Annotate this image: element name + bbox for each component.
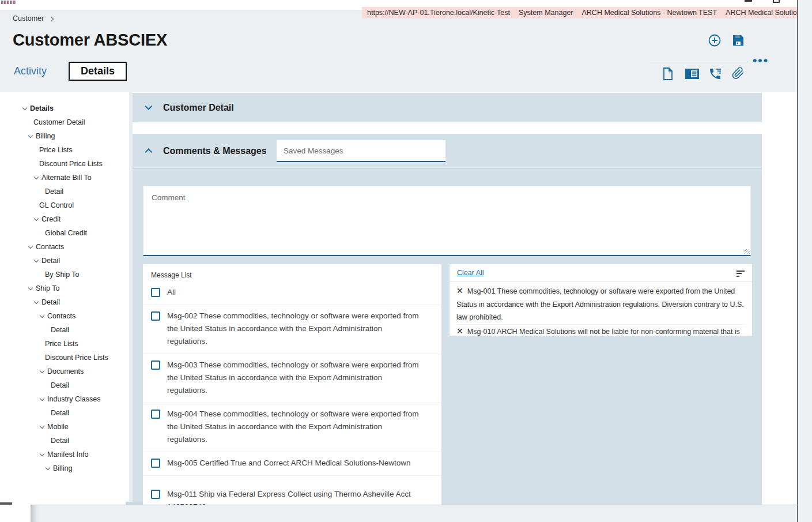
tree-item-label: Billing [53, 464, 72, 472]
comment-textarea[interactable] [143, 186, 750, 255]
tree-item[interactable]: Contacts [0, 240, 129, 254]
tree-item[interactable]: Detail [0, 185, 129, 198]
message-list-row[interactable]: Msg-004 These commodities, technology or… [143, 403, 441, 452]
chevron-down-icon[interactable] [29, 287, 36, 290]
chevron-down-icon[interactable] [46, 467, 53, 470]
horizontal-scrollbar-thumb[interactable] [0, 502, 12, 505]
breadcrumb: Customer [13, 14, 53, 22]
chevron-down-icon[interactable] [145, 103, 152, 110]
tree-item-label: Detail [51, 437, 69, 445]
tree-item[interactable]: GL Control [0, 198, 129, 212]
tree-item[interactable]: Global Credit [0, 226, 129, 240]
tree-item[interactable]: Detail [0, 295, 129, 309]
tree-item-label: Detail [41, 257, 60, 265]
message-list-row[interactable]: Msg-002 These commodities, technology or… [143, 305, 441, 354]
tree-item[interactable]: Detail [0, 434, 129, 448]
tree-item[interactable]: Ship To [0, 281, 129, 295]
message-text: Msg-011 Ship via Federal Express Collect… [167, 488, 424, 505]
message-list-row[interactable]: Msg-005 Certified True and Correct ARCH … [143, 452, 441, 476]
tree-item[interactable]: Details [0, 102, 129, 115]
section-comments-header[interactable]: Comments & Messages [133, 134, 762, 168]
save-icon[interactable] [731, 33, 745, 47]
window-bottom-area [0, 505, 797, 522]
tab-activity[interactable]: Activity [14, 65, 47, 77]
message-text: Msg-002 These commodities, technology or… [167, 310, 424, 348]
tab-details[interactable]: Details [69, 62, 127, 81]
section-title: Comments & Messages [163, 146, 267, 156]
chevron-down-icon[interactable] [40, 453, 47, 456]
tree-item[interactable]: Price Lists [0, 143, 129, 157]
clear-all-link[interactable]: Clear All [457, 269, 484, 277]
chevron-up-icon[interactable] [145, 148, 152, 156]
tree-item-label: Billing [36, 132, 55, 140]
environment-banner: https://NEW-AP-01.Tierone.local/Kinetic-… [362, 7, 812, 18]
call-log-icon[interactable] [708, 67, 722, 81]
tree-item[interactable]: Detail [0, 254, 129, 268]
contact-card-icon[interactable] [685, 68, 698, 82]
chevron-down-icon[interactable] [40, 370, 47, 373]
tree-item[interactable]: Billing [0, 461, 129, 475]
tree-item[interactable]: Documents [0, 365, 129, 378]
chevron-down-icon[interactable] [40, 398, 47, 400]
chevron-down-icon[interactable] [35, 260, 41, 262]
checkbox[interactable] [151, 288, 160, 297]
chevron-down-icon[interactable] [29, 135, 36, 137]
chevron-down-icon[interactable] [29, 246, 36, 248]
chevron-down-icon[interactable] [35, 301, 41, 303]
overflow-menu-icon[interactable]: ••• [753, 58, 769, 63]
chevron-down-icon[interactable] [35, 176, 41, 179]
section-customer-detail-header[interactable]: Customer Detail [133, 93, 762, 122]
tree-item[interactable]: Detail [0, 323, 129, 337]
attachments-icon[interactable] [732, 66, 746, 80]
tree-item[interactable]: Mobile [0, 420, 129, 434]
message-text: All [167, 286, 176, 299]
window-maximize-icon[interactable] [773, 0, 780, 3]
tree-item-label: Discount Price Lists [45, 354, 108, 362]
tree-item[interactable]: Detail [0, 378, 129, 392]
message-list-row[interactable]: Msg-011 Ship via Federal Express Collect… [143, 483, 441, 505]
tree-item[interactable]: By Ship To [0, 268, 129, 281]
sort-icon[interactable] [737, 269, 745, 277]
tree-item[interactable]: Price Lists [0, 337, 129, 351]
selected-message-text: Msg-010 ARCH Medical Solutions will not … [456, 328, 740, 336]
tree-item[interactable]: Industry Classes [0, 392, 129, 406]
message-list-row[interactable]: All [143, 281, 441, 305]
chevron-down-icon[interactable] [23, 107, 30, 110]
tree-item-label: Detail [41, 298, 60, 306]
environment-banner-item: System Manager [519, 9, 573, 17]
tree-item[interactable]: Detail [0, 406, 129, 420]
toolbar-divider [650, 62, 748, 62]
checkbox[interactable] [151, 459, 160, 468]
tree-item[interactable]: Credit [0, 212, 129, 226]
tree-item[interactable]: Alternate Bill To [0, 171, 129, 185]
tree-item-label: Documents [47, 367, 84, 375]
add-circle-icon[interactable] [708, 33, 722, 47]
section-comments-messages: Comments & Messages Message List All [133, 134, 762, 505]
chevron-down-icon[interactable] [40, 315, 47, 317]
tree-item[interactable]: Billing [0, 129, 129, 143]
checkbox[interactable] [151, 410, 160, 419]
tree-item[interactable]: Contacts [0, 309, 129, 323]
tree-item[interactable]: Discount Price Lists [0, 351, 129, 365]
remove-icon[interactable]: ✕ [456, 325, 463, 336]
saved-messages-input[interactable] [277, 140, 445, 162]
window-minimize-icon[interactable] [745, 0, 752, 2]
message-list-row[interactable]: Msg-003 These commodities, technology or… [143, 354, 441, 403]
checkbox[interactable] [151, 490, 160, 499]
breadcrumb-customer[interactable]: Customer [13, 14, 44, 22]
main-panel: Customer Detail Comments & Messages Mess… [133, 92, 762, 505]
content-area: Details Customer Detail Billing Price Li… [0, 92, 797, 505]
chevron-down-icon[interactable] [40, 426, 47, 428]
checkbox[interactable] [151, 360, 160, 370]
remove-icon[interactable]: ✕ [456, 284, 463, 298]
message-list-card: Message List All Msg-002 These commoditi… [143, 264, 441, 505]
tree-item[interactable]: Customer Detail [0, 115, 129, 129]
new-document-icon[interactable] [662, 67, 675, 81]
tree-item-label: Alternate Bill To [41, 174, 92, 182]
resize-handle[interactable] [745, 249, 750, 254]
chevron-down-icon[interactable] [35, 218, 41, 220]
outside-window-area [798, 0, 812, 522]
tree-item[interactable]: Manifest Info [0, 448, 129, 461]
tree-item[interactable]: Discount Price Lists [0, 157, 129, 171]
checkbox[interactable] [151, 311, 160, 321]
